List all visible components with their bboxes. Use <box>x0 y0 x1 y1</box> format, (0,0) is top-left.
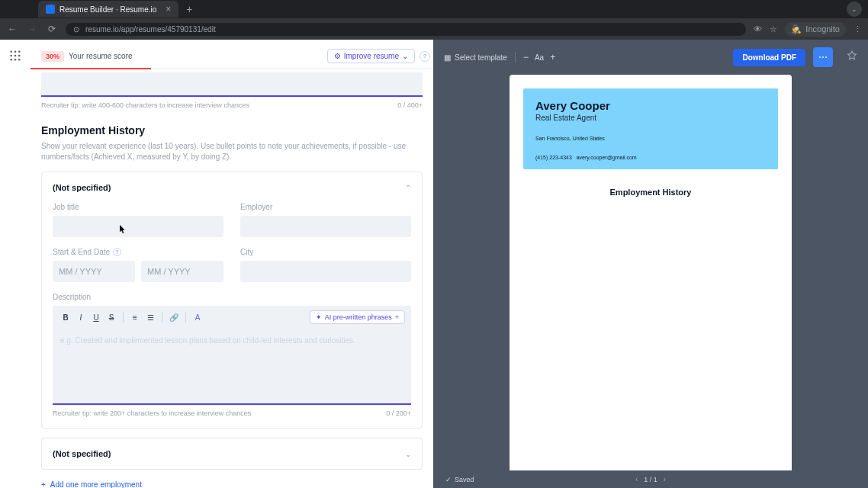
unordered-list-button[interactable]: ☰ <box>143 310 157 324</box>
incognito-icon: 🕵 <box>791 24 802 34</box>
reload-button[interactable]: ⟳ <box>46 24 58 34</box>
sparkle-icon: ✦ <box>316 313 322 321</box>
score-badge: 30% <box>41 51 64 62</box>
resume-header: Avery Cooper Real Estate Agent San Franc… <box>523 88 778 169</box>
info-icon[interactable]: ? <box>113 248 121 256</box>
grid-icon: ▦ <box>444 53 451 62</box>
svg-point-0 <box>10 50 12 53</box>
ai-button[interactable]: A <box>191 310 204 324</box>
prev-page-button[interactable]: ‹ <box>635 475 638 483</box>
svg-marker-9 <box>848 51 857 59</box>
improve-icon: ⚙ <box>334 52 341 60</box>
select-template-button[interactable]: ▦ Select template <box>444 53 507 62</box>
employment-history-help: Show your relevant experience (last 10 y… <box>31 141 433 162</box>
plus-icon: + <box>41 480 46 488</box>
job-title-label: Job title <box>53 203 223 211</box>
employment-item-collapsed[interactable]: (Not specified) ⌄ <box>41 438 423 470</box>
plus-icon: + <box>395 313 399 321</box>
resume-role: Real Estate Agent <box>535 114 766 122</box>
strike-button[interactable]: S <box>104 310 118 324</box>
svg-point-5 <box>18 55 21 57</box>
separator <box>185 312 186 323</box>
svg-point-3 <box>10 55 12 57</box>
employment-item-expanded: (Not specified) ⌃ Job title Employer Sta… <box>41 172 423 429</box>
favicon <box>46 5 55 14</box>
separator <box>515 52 516 63</box>
separator <box>162 312 162 323</box>
description-toolbar: B I U S ≡ ☰ 🔗 A ✦ AI pre-written phrases… <box>53 306 411 329</box>
underline-button[interactable]: U <box>89 310 103 324</box>
eye-icon[interactable]: 👁 <box>754 24 762 34</box>
city-input[interactable] <box>240 261 411 282</box>
new-tab-button[interactable]: + <box>178 3 200 15</box>
summary-count: 0 / 400+ <box>397 101 423 109</box>
description-count: 0 / 200+ <box>386 409 411 417</box>
add-employment-button[interactable]: + Add one more employment <box>31 470 433 488</box>
browser-tab[interactable]: Resume Builder · Resume.io × <box>38 1 178 18</box>
svg-point-2 <box>18 50 21 53</box>
close-tab-icon[interactable]: × <box>166 4 171 14</box>
svg-point-4 <box>14 55 17 57</box>
employment-item-title: (Not specified) <box>53 449 111 458</box>
employment-item-title: (Not specified) <box>53 183 111 192</box>
svg-point-8 <box>18 59 21 61</box>
site-info-icon[interactable]: ⊙ <box>73 25 79 34</box>
resume-section-employment: Employment History <box>523 188 778 197</box>
check-icon: ✓ <box>445 476 452 483</box>
score-label: Your resume score <box>69 52 133 60</box>
employment-history-title: Employment History <box>31 109 433 141</box>
browser-dropdown-icon[interactable]: ⌄ <box>847 2 862 17</box>
employer-input[interactable] <box>240 216 411 237</box>
job-title-input[interactable] <box>53 216 223 237</box>
svg-point-1 <box>14 50 17 53</box>
start-date-input[interactable] <box>53 261 135 282</box>
description-editor[interactable]: e.g. Created and implemented lesson plan… <box>53 329 411 405</box>
settings-icon[interactable] <box>847 50 857 64</box>
apps-grid-icon[interactable] <box>10 50 21 61</box>
forward-button[interactable]: → <box>26 24 38 34</box>
employment-item-header[interactable]: (Not specified) ⌃ <box>53 183 411 192</box>
download-pdf-button[interactable]: Download PDF <box>733 49 805 66</box>
progress-bar <box>31 68 433 69</box>
ai-phrases-button[interactable]: ✦ AI pre-written phrases + <box>310 310 405 324</box>
summary-tip: Recruiter tip: write 400-600 characters … <box>41 101 249 109</box>
progress-fill <box>31 68 151 69</box>
dates-label: Start & End Date ? <box>53 248 223 256</box>
link-button[interactable]: 🔗 <box>167 310 181 324</box>
resume-preview: Avery Cooper Real Estate Agent San Franc… <box>510 75 792 470</box>
city-label: City <box>240 248 411 256</box>
resume-name: Avery Cooper <box>535 99 766 112</box>
url-text: resume.io/app/resumes/45790131/edit <box>85 25 216 34</box>
tab-title: Resume Builder · Resume.io <box>59 5 156 14</box>
svg-point-6 <box>10 59 12 61</box>
help-icon[interactable]: ? <box>420 51 430 62</box>
end-date-input[interactable] <box>141 261 223 282</box>
page-indicator: 1 / 1 <box>644 476 657 483</box>
chevron-down-icon: ⌄ <box>402 52 408 60</box>
incognito-badge: 🕵 Incognito <box>785 22 846 37</box>
next-page-button[interactable]: › <box>664 475 666 483</box>
summary-editor[interactable] <box>41 72 423 97</box>
italic-button[interactable]: I <box>74 310 88 324</box>
bold-button[interactable]: B <box>59 310 72 324</box>
zoom-out-button[interactable]: − <box>523 52 529 63</box>
description-tip: Recruiter tip: write 200+ characters to … <box>53 409 251 417</box>
svg-point-7 <box>14 59 17 61</box>
description-label: Description <box>53 293 411 301</box>
incognito-label: Incognito <box>805 24 840 34</box>
resume-contact: (415) 223-4343 avery.cooper@gmail.com <box>535 155 766 160</box>
employer-label: Employer <box>240 203 411 211</box>
back-button[interactable]: ← <box>6 24 18 34</box>
chevron-down-icon: ⌄ <box>405 450 411 458</box>
improve-resume-button[interactable]: ⚙ Improve resume ⌄ <box>327 49 415 63</box>
chevron-up-icon: ⌃ <box>405 184 411 192</box>
text-size-icon: Aa <box>535 53 544 62</box>
ordered-list-button[interactable]: ≡ <box>128 310 142 324</box>
star-icon[interactable]: ☆ <box>770 24 777 34</box>
browser-menu-icon[interactable]: ⋮ <box>854 24 862 34</box>
zoom-in-button[interactable]: + <box>550 52 555 63</box>
resume-location: San Francisco, United States <box>535 136 766 141</box>
more-options-button[interactable]: ⋯ <box>813 47 833 67</box>
address-bar[interactable]: ⊙ resume.io/app/resumes/45790131/edit <box>66 23 746 36</box>
saved-indicator: ✓ Saved <box>445 476 474 483</box>
